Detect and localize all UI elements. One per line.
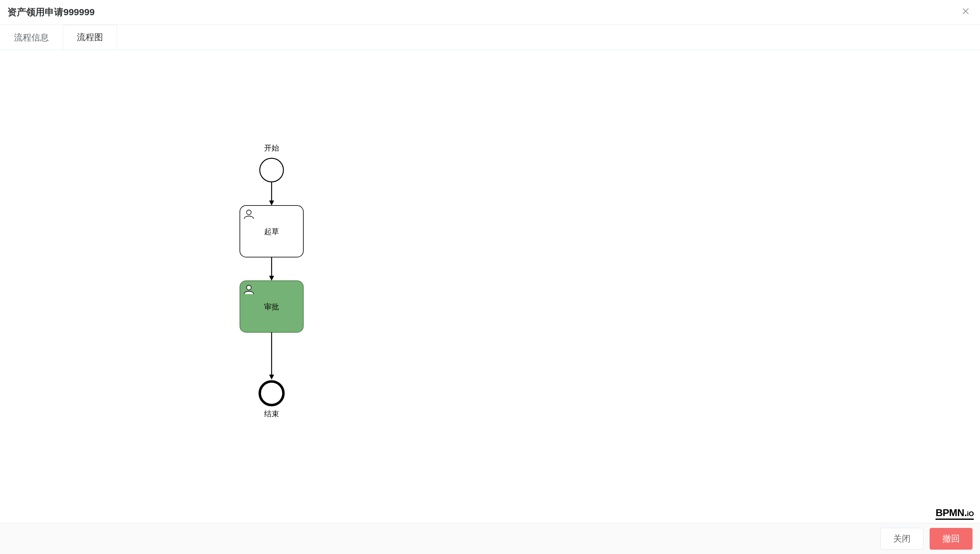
dialog-header: 资产领用申请999999 <box>0 0 980 25</box>
button-label: 关闭 <box>893 533 911 544</box>
button-label: 撤回 <box>942 533 960 544</box>
end-event[interactable] <box>260 382 283 405</box>
task-approve-label: 审批 <box>264 302 279 311</box>
diagram-canvas[interactable]: 开始 起草 审批 结束 BPMN.iO <box>0 50 980 523</box>
dialog-root: 资产领用申请999999 流程信息 流程图 开始 <box>0 0 980 554</box>
arrow-icon <box>269 276 274 281</box>
dialog-footer: 关闭 撤回 <box>0 523 980 554</box>
dialog-title: 资产领用申请999999 <box>8 6 94 19</box>
tab-label: 流程图 <box>77 32 103 43</box>
bpmn-watermark: BPMN.iO <box>935 507 974 520</box>
start-label: 开始 <box>264 143 279 152</box>
task-draft-label: 起草 <box>264 227 279 236</box>
withdraw-button[interactable]: 撤回 <box>930 528 972 550</box>
tab-flow-info[interactable]: 流程信息 <box>0 25 63 50</box>
bpmn-diagram: 开始 起草 审批 结束 <box>0 50 980 516</box>
close-dialog-button[interactable]: 关闭 <box>881 528 923 550</box>
start-event[interactable] <box>260 158 283 182</box>
arrow-icon <box>269 375 274 380</box>
tab-bar: 流程信息 流程图 <box>0 25 980 50</box>
tab-flow-diagram[interactable]: 流程图 <box>63 25 117 50</box>
end-label: 结束 <box>264 409 279 418</box>
close-icon <box>961 7 970 16</box>
tab-label: 流程信息 <box>14 32 49 43</box>
arrow-icon <box>269 201 274 205</box>
close-button[interactable] <box>960 6 971 17</box>
